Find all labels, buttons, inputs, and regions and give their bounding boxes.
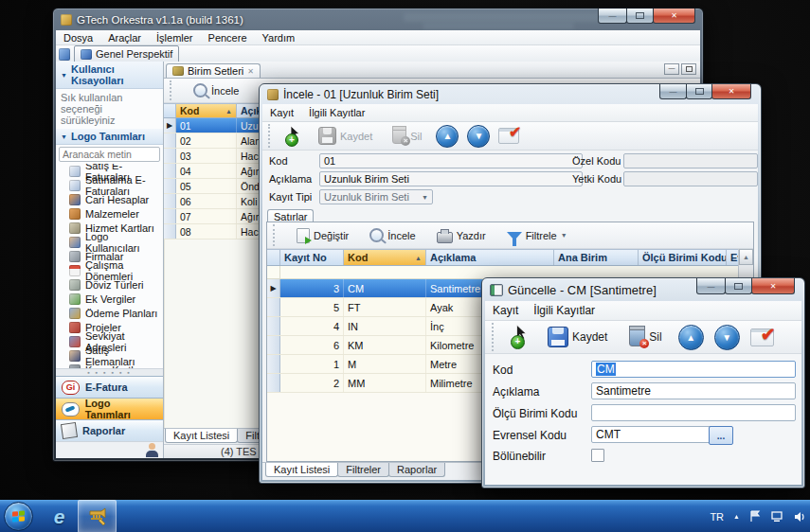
mdi-minimize-button[interactable]: — [664,63,679,75]
general-perspective-button[interactable]: Genel Perspektif [74,45,179,63]
kayit-tipi-dropdown[interactable]: Uzunluk Birim Seti▼ [319,189,433,204]
next-record-button[interactable]: ▼ [714,325,740,350]
nav-button-logo-tanimlari[interactable]: Logo Tanımları [56,398,163,419]
close-button[interactable]: ✕ [751,278,795,294]
sidebar-item-satinalma-efaturalari[interactable]: Satınalma E-Faturaları [56,178,163,192]
column-header-kayit-no[interactable]: Kayıt No [280,250,344,265]
olcu-birimi-kodu-field[interactable] [591,404,796,421]
tab-kayit-listesi[interactable]: Kayıt Listesi [165,429,238,443]
previous-record-button[interactable]: ▲ [678,325,704,350]
perspective-grid-icon[interactable] [59,48,70,61]
column-header-evrensel-kodu[interactable]: Evrensel Kodu [727,250,738,265]
minimize-button[interactable]: — [598,9,627,24]
close-button[interactable]: ✕ [711,84,751,99]
user-avatar[interactable] [145,443,159,457]
tab-filtreler[interactable]: Filtreler [337,463,389,477]
column-header-kod[interactable]: Kod▲ [176,104,237,117]
windows-logo-icon [12,510,25,522]
edit-icon [297,228,310,243]
guncelle-window-controls: — ✕ [697,278,795,294]
incele-button[interactable]: İncele [188,81,244,99]
aciklama-label: Açıklama [269,173,312,185]
internet-explorer-icon: e [54,505,65,528]
trash-icon: × [629,328,645,346]
yetki-kodu-field[interactable] [623,171,758,186]
sidebar-item-logo-kullanicilari[interactable]: Logo Kullanıcıları [56,235,163,249]
sil-button[interactable]: ×Sil [623,326,667,348]
scroll-up-icon[interactable]: ▲ [739,249,753,265]
minimize-button[interactable]: — [659,84,687,99]
menu-ilgili-kayitlar[interactable]: İlgili Kayıtlar [301,106,372,119]
sidebar-item-cari-hesaplar[interactable]: Cari Hesaplar [56,192,163,206]
sidebar-item-ek-vergiler[interactable]: Ek Vergiler [56,292,163,306]
show-hidden-icons[interactable]: ▲ [733,513,740,520]
internet-explorer-button[interactable]: e [41,501,78,532]
language-indicator[interactable]: TR [710,511,724,523]
bolunebilir-checkbox[interactable] [591,449,604,462]
kod-field[interactable]: 01 [319,153,583,168]
aciklama-field[interactable]: Santimetre [591,382,796,399]
sidebar-item-calisma-donemleri[interactable]: Çalışma Dönemleri [56,263,163,277]
kaydet-button[interactable]: Kaydet [313,125,378,147]
aciklama-field[interactable]: Uzunluk Birim Seti [319,171,583,186]
start-button[interactable] [4,502,33,531]
mdi-restore-button[interactable] [681,63,696,75]
sidebar-search-input[interactable] [59,147,160,162]
menu-araclar[interactable]: Araçlar [100,31,149,44]
add-record-button[interactable]: + [285,126,304,147]
maximize-button[interactable] [725,278,752,294]
menu-ilgili-kayitlar[interactable]: İlgili Kayıtlar [526,303,603,318]
browse-button[interactable]: ... [709,426,733,445]
column-header-ana-birim[interactable]: Ana Birim [554,250,639,265]
orkestra-taskbar-button[interactable] [78,500,117,532]
menu-pencere[interactable]: Pencere [201,31,255,44]
menu-kayit[interactable]: Kayıt [262,106,301,119]
next-record-button[interactable]: ▼ [467,125,490,148]
column-header-aciklama[interactable]: Açıklama [426,250,554,265]
yazdir-row-button[interactable]: Yazdır [431,226,492,245]
previous-record-button[interactable]: ▲ [436,125,459,148]
kod-field[interactable]: CM [591,361,796,378]
sil-button[interactable]: ×Sil [387,126,427,146]
add-record-button[interactable]: + [511,325,531,349]
yetki-kodu-label: Yetki Kodu [572,173,621,185]
menu-yardim[interactable]: Yardım [255,31,303,44]
tab-kayit-listesi[interactable]: Kayıt Listesi [265,463,338,477]
menu-dosya[interactable]: Dosya [56,31,100,44]
sidebar-item-malzemeler[interactable]: Malzemeler [56,206,163,221]
kaydet-button[interactable]: Kaydet [542,325,613,349]
filtrele-row-button[interactable]: Filtrele▼ [501,228,573,243]
close-button[interactable]: ✕ [653,9,695,24]
nav-button-efatura[interactable]: Gi E-Fatura [56,376,163,398]
nav-button-raporlar[interactable]: Raporlar [56,419,163,441]
incele-row-button[interactable]: İncele [364,226,421,244]
confirm-button[interactable]: ✔ [750,328,774,346]
maximize-button[interactable] [686,84,712,99]
sidebar-item-satis-elemanlari[interactable]: Satış Elemanları [56,348,163,363]
sort-asc-icon: ▲ [415,255,422,261]
menu-kayit[interactable]: Kayıt [485,303,526,318]
action-center-flag-icon[interactable] [749,510,762,523]
sidebar-shortcuts-header[interactable]: ▼ Kullanıcı Kısayolları [56,62,163,89]
minimize-button[interactable]: — [696,278,726,294]
app-icon [61,14,72,26]
evrensel-kodu-field[interactable]: CMT [591,426,714,443]
tab-close-icon[interactable]: ✕ [247,67,254,76]
sidebar-section-header[interactable]: ▼ Logo Tanımları [56,129,163,145]
record-icon [490,284,503,296]
maximize-button[interactable] [626,9,654,24]
projects-icon [69,322,81,333]
ozel-kodu-field[interactable] [623,153,758,168]
degistir-button[interactable]: Değiştir [291,226,354,245]
menu-islemler[interactable]: İşlemler [149,31,201,44]
sidebar-splitter[interactable]: ▪ ▪ ▪ ▪ ▪ ▪ [56,368,163,376]
tab-birim-setleri[interactable]: Birim Setleri ✕ [166,63,261,78]
tab-raporlar[interactable]: Raporlar [388,463,445,477]
column-header-olcu-birimi-kodu[interactable]: Ölçü Birimi Kodu [639,250,727,265]
volume-icon[interactable] [794,511,806,523]
perspective-icon [81,49,92,60]
network-icon[interactable] [771,511,784,523]
column-header-kod[interactable]: Kod▲ [344,250,426,265]
sidebar-item-odeme-planlari[interactable]: Ödeme Planları [56,306,163,320]
confirm-button[interactable]: ✔ [498,128,519,144]
